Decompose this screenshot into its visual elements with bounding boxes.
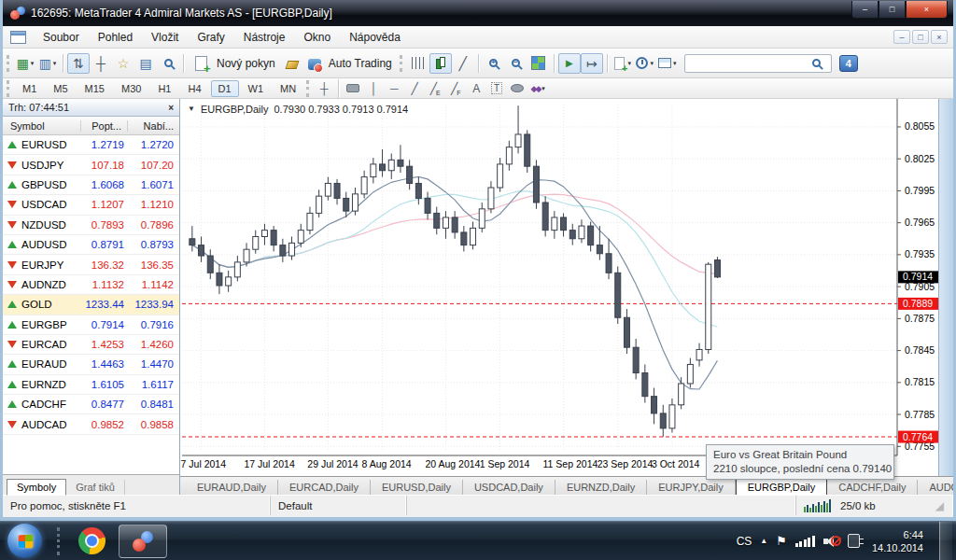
power-plug-icon[interactable] — [848, 534, 860, 548]
chart-tab-audcad[interactable]: AUDCAD,Daily — [918, 480, 953, 495]
show-desktop-button[interactable] — [939, 522, 952, 560]
data-window-button[interactable]: ┼ — [90, 53, 112, 74]
chart-tab-eurjpy[interactable]: EURJPY,Daily — [647, 480, 736, 495]
tile-windows-button[interactable] — [527, 53, 550, 74]
toolbar-grip[interactable] — [7, 80, 10, 97]
toolbar-grip[interactable] — [400, 55, 403, 72]
new-order-button[interactable] — [188, 53, 214, 74]
new-order-label[interactable]: Nový pokyn — [217, 57, 275, 70]
new-chart-button[interactable]: ▦▾ — [14, 53, 36, 74]
chart-tab-euraud[interactable]: EURAUD,Daily — [186, 480, 278, 495]
chart-collapse-icon[interactable]: ▼ — [188, 105, 195, 115]
text-tool-button[interactable]: A — [466, 79, 486, 97]
minimize-button[interactable]: – — [851, 1, 879, 19]
mdi-close-button[interactable]: × — [931, 30, 948, 44]
chart-tab-eurnzd[interactable]: EURNZD,Daily — [555, 480, 647, 495]
market-watch-toggle-button[interactable]: ⇅ — [67, 53, 90, 74]
vertical-line-tool-button[interactable]: │ — [363, 79, 384, 97]
metaeditor-button[interactable] — [281, 53, 303, 74]
menu-item-0[interactable]: Soubor — [34, 28, 89, 47]
label-tool-button[interactable]: T — [486, 79, 507, 97]
timeframe-h4[interactable]: H4 — [180, 80, 208, 97]
strategy-tester-button[interactable] — [157, 53, 179, 74]
start-button[interactable] — [7, 524, 42, 558]
volume-muted-icon[interactable] — [823, 535, 839, 548]
toolbar-grip[interactable] — [306, 80, 310, 97]
notifications-badge[interactable]: 4 — [839, 55, 858, 72]
indicators-button[interactable]: ▾ — [612, 53, 634, 74]
zoom-out-button[interactable]: − — [505, 53, 527, 74]
zoom-in-button[interactable]: + — [483, 53, 505, 74]
timeframe-d1[interactable]: D1 — [211, 80, 239, 97]
profiles-button[interactable]: ▥▾ — [36, 53, 59, 74]
market-watch-row-eurusd[interactable]: EURUSD1.27191.2720 — [3, 135, 179, 155]
chart-shift-button[interactable]: ↦ — [581, 53, 603, 74]
auto-scroll-button[interactable]: ▶ — [558, 53, 581, 74]
action-center-flag-icon[interactable]: ⚑ — [776, 534, 787, 548]
metatrader-taskbar-button[interactable] — [119, 525, 167, 558]
menu-item-6[interactable]: Nápověda — [340, 28, 410, 47]
toolbar-grip[interactable] — [7, 55, 10, 72]
restore-button[interactable]: □ — [879, 1, 906, 19]
tray-expand-icon[interactable]: ▲ — [760, 537, 767, 545]
market-watch-row-eurcad[interactable]: EURCAD1.42531.4260 — [3, 335, 179, 355]
tab-tick-chart[interactable]: Graf tiků — [66, 480, 125, 495]
market-watch-row-audnzd[interactable]: AUDNZD1.11321.1142 — [3, 275, 179, 295]
timeframe-m5[interactable]: M5 — [46, 80, 75, 97]
menu-item-2[interactable]: Vložit — [142, 28, 188, 47]
market-watch-row-eurjpy[interactable]: EURJPY136.32136.35 — [3, 255, 179, 274]
column-ask[interactable]: Nabí... — [128, 120, 179, 132]
market-watch-row-usdjpy[interactable]: USDJPY107.18107.20 — [3, 155, 179, 175]
cursor-tool-button[interactable] — [343, 79, 363, 97]
market-watch-row-audcad[interactable]: AUDCAD0.98520.9858 — [3, 414, 179, 434]
column-bid[interactable]: Popt... — [81, 120, 128, 132]
crosshair-tool-button[interactable]: ┼ — [314, 79, 334, 97]
resize-grip[interactable]: ◢ — [935, 499, 946, 512]
menu-item-1[interactable]: Pohled — [89, 28, 142, 47]
periods-button[interactable]: ▾ — [634, 53, 656, 74]
navigator-button[interactable]: ☆ — [112, 53, 134, 74]
trendline-tool-button[interactable]: ╱ — [404, 79, 425, 97]
menu-item-4[interactable]: Nástroje — [234, 28, 295, 47]
status-profile[interactable]: Default — [271, 496, 407, 515]
mdi-restore-button[interactable]: □ — [912, 30, 929, 44]
taskbar-grip[interactable] — [57, 527, 60, 555]
templates-button[interactable]: ▾ — [656, 53, 679, 74]
tab-symbols[interactable]: Symboly — [7, 479, 66, 496]
language-indicator[interactable]: CS — [737, 535, 752, 548]
auto-trading-button[interactable] — [303, 53, 326, 74]
menu-item-3[interactable]: Grafy — [188, 28, 233, 47]
market-watch-row-eurnzd[interactable]: EURNZD1.61051.6117 — [3, 375, 179, 395]
candlestick-chart[interactable]: 0.80550.80250.79950.79650.79350.79050.78… — [180, 99, 944, 476]
menu-item-5[interactable]: Okno — [294, 28, 340, 47]
auto-trading-label[interactable]: Auto Trading — [329, 57, 392, 70]
market-watch-row-usdcad[interactable]: USDCAD1.12071.1210 — [3, 195, 179, 215]
market-watch-row-euraud[interactable]: EURAUD1.44631.4470 — [3, 355, 179, 374]
terminal-button[interactable]: ▤ — [134, 53, 157, 74]
ellipse-tool-button[interactable] — [507, 79, 527, 97]
market-watch-row-nzdusd[interactable]: NZDUSD0.78930.7896 — [3, 216, 179, 235]
arrows-tool-button[interactable]: ◆◆▾ — [527, 79, 548, 97]
market-watch-row-gold[interactable]: GOLD1233.441233.94 — [3, 295, 179, 315]
fibonacci-tool-button[interactable]: ╱F — [445, 79, 466, 97]
market-watch-close-icon[interactable]: × — [168, 103, 174, 113]
network-icon[interactable] — [795, 535, 815, 547]
mdi-minimize-button[interactable]: – — [893, 30, 910, 44]
candlestick-chart-button[interactable] — [429, 53, 452, 74]
bar-chart-button[interactable] — [407, 53, 429, 74]
channel-tool-button[interactable]: ╱E — [425, 79, 445, 97]
timeframe-w1[interactable]: W1 — [241, 80, 272, 97]
chart-tab-cadchf[interactable]: CADCHF,Daily — [827, 480, 918, 495]
column-symbol[interactable]: Symbol — [3, 120, 81, 132]
market-watch-row-eurgbp[interactable]: EURGBP0.79140.7916 — [3, 315, 179, 335]
search-icon[interactable] — [812, 59, 821, 67]
clock[interactable]: 6:44 14.10.2014 — [872, 528, 923, 554]
timeframe-m30[interactable]: M30 — [114, 80, 148, 97]
line-chart-button[interactable]: ╱ — [452, 53, 474, 74]
chart-tab-eurcad[interactable]: EURCAD,Daily — [278, 480, 371, 495]
chart-tab-eurgbp[interactable]: EURGBP,Daily — [736, 479, 828, 495]
horizontal-line-tool-button[interactable]: ─ — [384, 79, 404, 97]
timeframe-h1[interactable]: H1 — [150, 80, 178, 97]
market-watch-row-audusd[interactable]: AUDUSD0.87910.8793 — [3, 235, 179, 255]
chrome-icon[interactable] — [78, 527, 105, 554]
